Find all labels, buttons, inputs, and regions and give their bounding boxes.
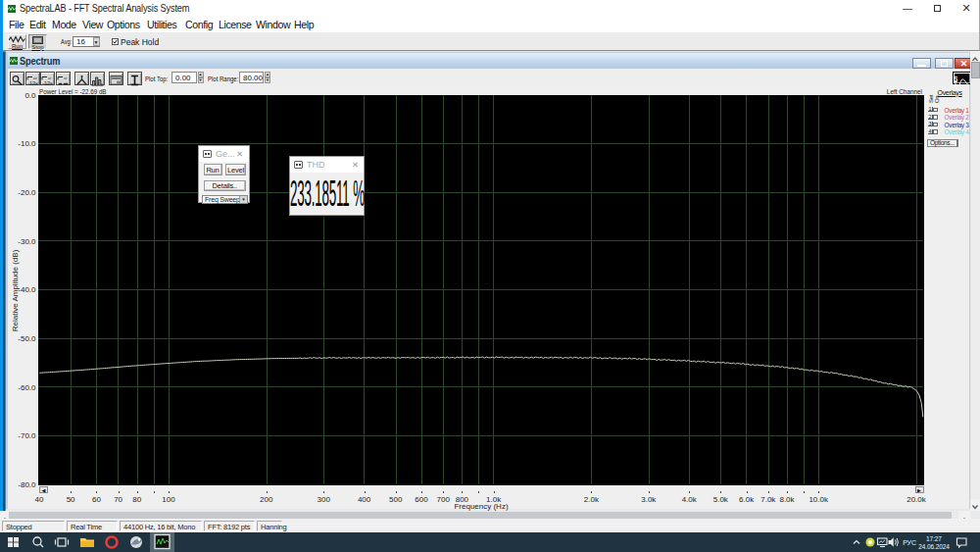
svg-text:12x: 12x <box>29 80 38 86</box>
svg-text:12x: 12x <box>44 80 53 86</box>
svg-text:ut: ut <box>64 76 67 80</box>
